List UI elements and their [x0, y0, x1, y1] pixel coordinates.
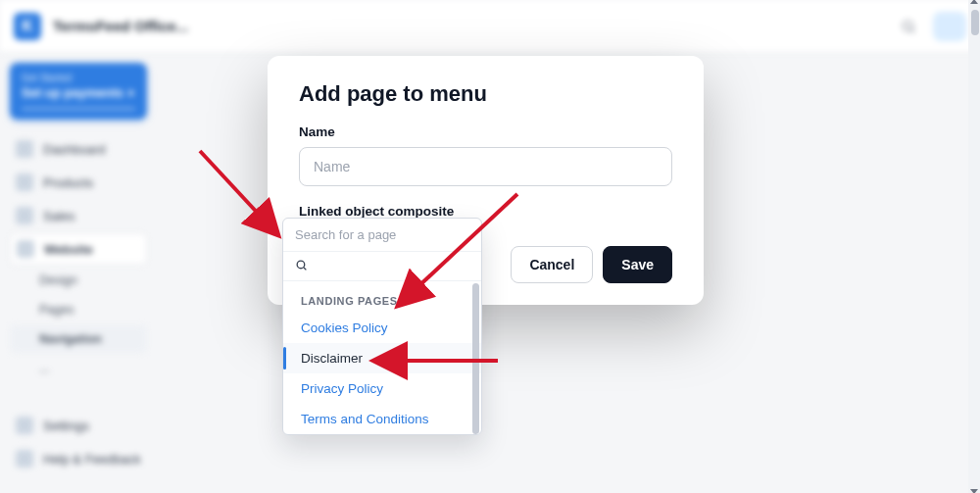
- promo-eyebrow: Get Started: [22, 73, 135, 83]
- sidebar-item-label: Dashboard: [43, 142, 106, 157]
- gear-icon: [16, 417, 33, 434]
- sidebar-item-label: Help & Feedback: [43, 452, 141, 467]
- website-icon: [17, 240, 34, 258]
- scrollbar-thumb[interactable]: [971, 10, 979, 35]
- promo-card[interactable]: Get Started Set up payments: [10, 63, 147, 120]
- dropdown-scrollbar[interactable]: [472, 283, 479, 434]
- products-icon: [16, 173, 33, 191]
- window-scrollbar[interactable]: [968, 0, 980, 493]
- svg-point-2: [297, 261, 305, 269]
- search-icon[interactable]: [894, 12, 923, 41]
- sidebar-sub-pages[interactable]: Pages: [10, 296, 147, 323]
- topbar: K TermsFeed Office...: [0, 0, 980, 53]
- svg-point-0: [904, 21, 912, 29]
- user-avatar[interactable]: [933, 12, 966, 41]
- linked-object-dropdown[interactable]: Search for a page LANDING PAGES Cookies …: [282, 218, 482, 435]
- sidebar-item-products[interactable]: Products: [10, 167, 147, 198]
- dashboard-icon: [16, 140, 33, 158]
- sidebar-item-label: Products: [43, 175, 93, 190]
- dropdown-list: LANDING PAGES Cookies Policy Disclaimer …: [283, 281, 481, 434]
- svg-line-3: [304, 268, 306, 270]
- dropdown-search-input[interactable]: [283, 252, 481, 281]
- sidebar: Get Started Set up payments Dashboard Pr…: [0, 53, 157, 493]
- promo-title: Set up payments: [22, 85, 135, 100]
- modal-title: Add page to menu: [299, 81, 672, 107]
- sidebar-sub-design[interactable]: Design: [10, 267, 147, 294]
- app-logo[interactable]: K: [14, 13, 41, 40]
- sidebar-item-label: Settings: [43, 419, 89, 433]
- dropdown-item-privacy-policy[interactable]: Privacy Policy: [283, 373, 481, 404]
- sidebar-sub-navigation[interactable]: Navigation: [10, 325, 147, 353]
- sidebar-sub-more[interactable]: [10, 355, 147, 382]
- dropdown-item-cookies-policy[interactable]: Cookies Policy: [283, 313, 481, 343]
- name-label: Name: [299, 124, 672, 139]
- sales-icon: [16, 207, 33, 224]
- name-input[interactable]: [299, 147, 672, 186]
- dropdown-item-disclaimer[interactable]: Disclaimer: [283, 343, 481, 373]
- sidebar-item-sales[interactable]: Sales: [10, 200, 147, 231]
- scroll-up-icon[interactable]: [970, 0, 978, 4]
- linked-object-label: Linked object composite: [299, 204, 672, 219]
- svg-line-1: [911, 29, 914, 32]
- dropdown-search-display[interactable]: Search for a page: [283, 219, 481, 252]
- app-title: TermsFeed Office...: [53, 18, 188, 34]
- promo-progress: [22, 108, 135, 110]
- sidebar-item-help[interactable]: Help & Feedback: [10, 443, 147, 474]
- sidebar-item-website[interactable]: Website: [10, 233, 147, 265]
- dropdown-category: LANDING PAGES: [283, 281, 481, 313]
- cancel-button[interactable]: Cancel: [511, 246, 593, 283]
- sidebar-item-label: Website: [44, 242, 93, 257]
- sidebar-item-settings[interactable]: Settings: [10, 410, 147, 441]
- sidebar-item-label: Sales: [43, 209, 75, 223]
- sidebar-item-dashboard[interactable]: Dashboard: [10, 133, 147, 165]
- search-icon: [295, 258, 308, 275]
- save-button[interactable]: Save: [603, 246, 672, 283]
- dropdown-item-terms[interactable]: Terms and Conditions: [283, 404, 481, 434]
- help-icon: [16, 450, 33, 468]
- scroll-down-icon[interactable]: [970, 489, 978, 493]
